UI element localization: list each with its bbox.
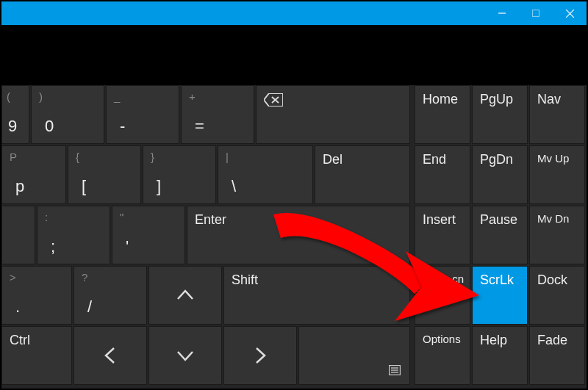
- key-equals-label: =: [195, 117, 204, 136]
- key-left-bracket[interactable]: { [: [68, 145, 141, 204]
- key-home[interactable]: Home: [415, 85, 470, 144]
- key-9-label: 9: [8, 117, 17, 136]
- key-slash[interactable]: ? /: [74, 266, 147, 325]
- key-prev-partial[interactable]: [1, 206, 35, 264]
- maximize-icon: [532, 10, 539, 17]
- key-fade[interactable]: Fade: [529, 326, 585, 385]
- key-del[interactable]: Del: [315, 145, 410, 204]
- key-9[interactable]: ( 9: [1, 85, 29, 144]
- key-end[interactable]: End: [415, 145, 470, 204]
- key-help-label: Help: [480, 333, 507, 348]
- key-slash-shift: ?: [82, 271, 87, 284]
- minimize-icon: [498, 10, 506, 17]
- key-shift-label: Shift: [232, 272, 258, 288]
- key-mvup[interactable]: Mv Up: [529, 145, 585, 204]
- arrow-down-icon: [176, 349, 194, 362]
- key-lbracket-label: [: [82, 177, 86, 196]
- key-semicolon-shift: :: [45, 211, 48, 223]
- key-prtscn[interactable]: cn: [415, 266, 470, 325]
- key-arrow-up[interactable]: [148, 266, 222, 325]
- backspace-icon: [264, 93, 283, 106]
- key-slash-label: /: [87, 297, 92, 317]
- key-backslash-shift: |: [226, 151, 229, 163]
- key-home-label: Home: [423, 92, 458, 107]
- key-period-shift: >: [10, 271, 16, 284]
- key-9-shift: (: [7, 90, 10, 103]
- key-semicolon[interactable]: : ;: [37, 206, 110, 264]
- toolbar-gap: [1, 25, 587, 85]
- key-nav-label: Nav: [537, 92, 561, 107]
- key-mvup-label: Mv Up: [537, 152, 569, 165]
- key-insert[interactable]: Insert: [415, 206, 470, 264]
- key-pgup-label: PgUp: [480, 92, 513, 107]
- key-dock-label: Dock: [537, 272, 567, 288]
- key-arrow-down[interactable]: [148, 326, 222, 385]
- arrow-left-icon: [104, 347, 117, 364]
- key-pgdn[interactable]: PgDn: [472, 145, 528, 204]
- key-0-shift: ): [39, 90, 43, 103]
- key-quote[interactable]: " ': [112, 206, 185, 264]
- maximize-button[interactable]: [519, 1, 553, 25]
- key-p[interactable]: P p: [1, 145, 66, 204]
- window-frame: ( 9 ) 0 _ - + = Home PgUp Nav: [0, 0, 588, 390]
- key-p-label: p: [15, 177, 24, 196]
- key-enter[interactable]: Enter: [187, 206, 410, 264]
- key-enter-label: Enter: [195, 212, 226, 228]
- key-pgdn-label: PgDn: [480, 152, 513, 167]
- key-quote-label: ': [126, 237, 129, 256]
- key-backslash[interactable]: | \: [218, 145, 313, 204]
- key-equals[interactable]: + =: [181, 85, 254, 144]
- close-icon: [566, 10, 574, 18]
- key-nav[interactable]: Nav: [529, 85, 585, 144]
- key-0[interactable]: ) 0: [31, 85, 104, 144]
- key-period[interactable]: > .: [1, 266, 72, 325]
- key-del-label: Del: [323, 152, 343, 167]
- key-period-label: .: [15, 297, 20, 317]
- key-pause-label: Pause: [480, 212, 517, 228]
- svg-rect-1: [533, 10, 539, 17]
- minimize-button[interactable]: [485, 1, 519, 25]
- key-scrlk-label: ScrLk: [480, 272, 514, 288]
- key-pause[interactable]: Pause: [472, 206, 528, 264]
- key-minus-shift: _: [114, 90, 120, 103]
- key-insert-label: Insert: [423, 212, 456, 228]
- key-minus-label: -: [120, 117, 125, 136]
- key-rbracket-label: ]: [157, 177, 161, 196]
- key-options[interactable]: Options: [415, 326, 470, 385]
- key-lbracket-shift: {: [76, 151, 79, 163]
- key-pgup[interactable]: PgUp: [472, 85, 528, 144]
- titlebar: [1, 1, 587, 25]
- key-semicolon-label: ;: [51, 237, 55, 256]
- key-p-shift: P: [10, 151, 17, 163]
- key-equals-shift: +: [189, 90, 196, 103]
- key-prtscn-label: cn: [452, 272, 464, 285]
- key-quote-shift: ": [120, 211, 123, 223]
- key-mvdn-label: Mv Dn: [537, 212, 569, 225]
- key-shift[interactable]: Shift: [223, 266, 410, 325]
- key-rbracket-shift: }: [151, 151, 154, 163]
- key-arrow-left[interactable]: [74, 326, 147, 385]
- key-menu[interactable]: [298, 326, 410, 385]
- key-help[interactable]: Help: [472, 326, 528, 385]
- key-0-label: 0: [45, 117, 54, 136]
- close-button[interactable]: [553, 1, 587, 25]
- key-ctrl[interactable]: Ctrl: [1, 326, 72, 385]
- arrow-right-icon: [254, 347, 267, 364]
- key-minus[interactable]: _ -: [106, 85, 179, 144]
- key-scrlk[interactable]: ScrLk: [472, 266, 528, 325]
- arrow-up-icon: [176, 289, 194, 302]
- key-end-label: End: [423, 152, 446, 167]
- key-ctrl-label: Ctrl: [10, 333, 30, 348]
- key-options-label: Options: [423, 333, 461, 345]
- key-backslash-label: \: [232, 177, 236, 196]
- key-mvdn[interactable]: Mv Dn: [529, 206, 585, 264]
- key-backspace[interactable]: [256, 85, 410, 144]
- key-right-bracket[interactable]: } ]: [143, 145, 216, 204]
- key-dock[interactable]: Dock: [529, 266, 585, 325]
- key-fade-label: Fade: [537, 333, 567, 348]
- menu-icon: [389, 365, 401, 375]
- on-screen-keyboard: ( 9 ) 0 _ - + = Home PgUp Nav: [1, 85, 587, 389]
- key-arrow-right[interactable]: [223, 326, 297, 385]
